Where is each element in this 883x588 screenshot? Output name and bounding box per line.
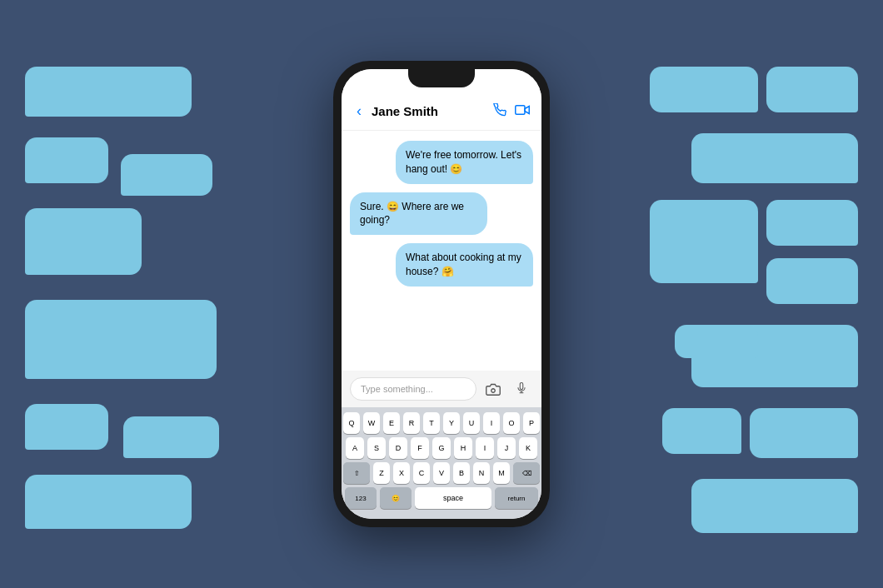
key-p[interactable]: P: [523, 412, 540, 434]
bg-bubble: [25, 475, 192, 529]
bg-bubble: [25, 300, 217, 379]
bg-bubble: [25, 67, 192, 117]
key-o[interactable]: O: [503, 412, 520, 434]
key-j[interactable]: J: [497, 437, 516, 459]
bg-bubble: [650, 200, 758, 283]
key-g[interactable]: G: [432, 437, 451, 459]
message-bubble: We're free tomorrow. Let's hang out! 😊: [396, 141, 533, 184]
bg-bubble: [691, 325, 858, 387]
key-t[interactable]: T: [423, 412, 440, 434]
bg-bubble: [25, 404, 108, 450]
bg-bubble: [691, 479, 858, 533]
bg-bubble: [121, 154, 212, 196]
key-v[interactable]: V: [433, 462, 450, 484]
bg-bubble: [25, 137, 108, 183]
key-b[interactable]: B: [453, 462, 470, 484]
virtual-keyboard: Q W E R T Y U I O P A S D F G H: [342, 407, 541, 519]
key-c[interactable]: C: [413, 462, 430, 484]
bg-bubble: [691, 133, 858, 183]
message-bubble: Sure. 😄 Where are we going?: [350, 192, 487, 236]
message-input-area: Type something...: [342, 371, 541, 407]
bg-bubble: [123, 416, 219, 458]
keyboard-row-2: A S D F G H I J K: [345, 437, 538, 459]
key-s[interactable]: S: [367, 437, 386, 459]
key-z[interactable]: Z: [373, 462, 390, 484]
keyboard-row-3: ⇧ Z X C V B N M ⌫: [345, 462, 538, 484]
key-x[interactable]: X: [393, 462, 410, 484]
key-m[interactable]: M: [493, 462, 510, 484]
bg-bubble: [675, 325, 758, 358]
call-icon[interactable]: [493, 103, 506, 120]
contact-name: Jane Smith: [372, 104, 486, 118]
messages-area: We're free tomorrow. Let's hang out! 😊 S…: [342, 131, 541, 371]
bg-bubble: [766, 258, 858, 304]
key-i[interactable]: I: [483, 412, 500, 434]
key-d[interactable]: D: [389, 437, 407, 459]
key-a[interactable]: A: [346, 437, 364, 459]
key-n[interactable]: N: [473, 462, 490, 484]
bg-bubble: [662, 408, 741, 454]
svg-point-1: [491, 388, 496, 392]
bg-bubble: [766, 200, 858, 246]
phone-notch: [408, 69, 475, 87]
key-e[interactable]: E: [383, 412, 400, 434]
key-123[interactable]: 123: [345, 487, 377, 509]
key-emoji[interactable]: 😊: [380, 487, 412, 509]
key-space[interactable]: space: [415, 487, 491, 509]
key-k[interactable]: K: [519, 437, 537, 459]
key-h[interactable]: H: [454, 437, 472, 459]
message-text: We're free tomorrow. Let's hang out! 😊: [406, 149, 521, 175]
camera-button[interactable]: [481, 377, 505, 401]
message-text: What about cooking at my house? 🤗: [406, 252, 521, 277]
header-action-icons: [493, 103, 530, 120]
message-input[interactable]: Type something...: [350, 377, 476, 401]
key-y[interactable]: Y: [443, 412, 460, 434]
key-r[interactable]: R: [403, 412, 420, 434]
key-delete[interactable]: ⌫: [513, 462, 540, 484]
keyboard-row-1: Q W E R T Y U I O P: [345, 412, 538, 434]
bg-bubble: [750, 408, 858, 458]
video-call-icon[interactable]: [515, 103, 530, 120]
keyboard-row-4: 123 😊 space return: [345, 487, 538, 509]
svg-rect-2: [520, 382, 523, 389]
key-u[interactable]: U: [463, 412, 480, 434]
phone-mockup: ‹ Jane Smith: [333, 61, 550, 527]
phone-frame: ‹ Jane Smith: [333, 61, 550, 527]
message-bubble: What about cooking at my house? 🤗: [396, 243, 533, 287]
bg-bubble: [766, 67, 858, 112]
key-i2[interactable]: I: [476, 437, 494, 459]
message-text: Sure. 😄 Where are we going?: [360, 201, 464, 227]
key-f[interactable]: F: [411, 437, 429, 459]
phone-screen: ‹ Jane Smith: [342, 69, 541, 519]
key-q[interactable]: Q: [343, 412, 360, 434]
key-shift[interactable]: ⇧: [343, 462, 370, 484]
bg-bubble: [650, 67, 758, 112]
key-return[interactable]: return: [495, 487, 538, 509]
input-placeholder: Type something...: [361, 384, 433, 394]
key-w[interactable]: W: [363, 412, 380, 434]
svg-rect-0: [516, 105, 525, 114]
back-button[interactable]: ‹: [353, 101, 365, 122]
bg-bubble: [25, 208, 142, 275]
mic-button[interactable]: [510, 377, 533, 401]
